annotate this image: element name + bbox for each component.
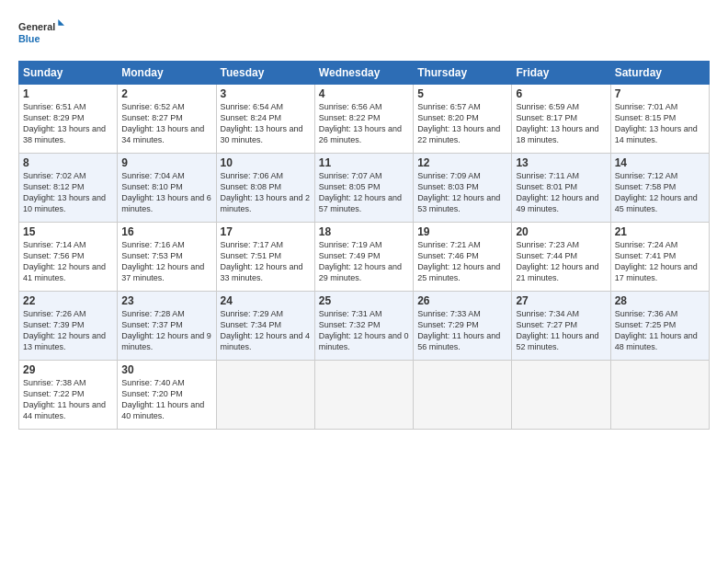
svg-marker-2: [58, 19, 64, 26]
calendar-cell: [610, 361, 709, 430]
logo: General Blue: [18, 15, 64, 52]
day-detail: Sunrise: 7:28 AM Sunset: 7:37 PM Dayligh…: [121, 308, 211, 353]
calendar-cell: 8 Sunrise: 7:02 AM Sunset: 8:12 PM Dayli…: [19, 154, 118, 223]
calendar-cell: 3 Sunrise: 6:54 AM Sunset: 8:24 PM Dayli…: [216, 85, 314, 154]
calendar-cell: 19 Sunrise: 7:21 AM Sunset: 7:46 PM Dayl…: [414, 223, 512, 292]
calendar-cell: 22 Sunrise: 7:26 AM Sunset: 7:39 PM Dayl…: [19, 292, 118, 361]
calendar-cell: [414, 361, 512, 430]
day-number: 26: [417, 294, 507, 307]
calendar-cell: 2 Sunrise: 6:52 AM Sunset: 8:27 PM Dayli…: [118, 85, 216, 154]
col-header-tuesday: Tuesday: [216, 62, 314, 85]
day-number: 30: [121, 363, 211, 376]
day-detail: Sunrise: 6:54 AM Sunset: 8:24 PM Dayligh…: [221, 101, 311, 146]
day-detail: Sunrise: 7:34 AM Sunset: 7:27 PM Dayligh…: [516, 308, 606, 353]
calendar-cell: 25 Sunrise: 7:31 AM Sunset: 7:32 PM Dayl…: [314, 292, 413, 361]
day-number: 24: [221, 294, 311, 307]
week-row-5: 29 Sunrise: 7:38 AM Sunset: 7:22 PM Dayl…: [19, 361, 710, 430]
page: General Blue SundayMondayTuesdayWednesda…: [0, 0, 728, 439]
day-detail: Sunrise: 7:04 AM Sunset: 8:10 PM Dayligh…: [121, 170, 211, 215]
week-row-3: 15 Sunrise: 7:14 AM Sunset: 7:56 PM Dayl…: [19, 223, 710, 292]
day-number: 19: [417, 225, 507, 238]
day-detail: Sunrise: 7:07 AM Sunset: 8:05 PM Dayligh…: [319, 170, 409, 215]
day-number: 20: [516, 225, 606, 238]
calendar-cell: 15 Sunrise: 7:14 AM Sunset: 7:56 PM Dayl…: [19, 223, 118, 292]
day-number: 15: [23, 225, 113, 238]
day-number: 3: [221, 87, 311, 100]
calendar-table: SundayMondayTuesdayWednesdayThursdayFrid…: [18, 61, 710, 430]
day-detail: Sunrise: 7:09 AM Sunset: 8:03 PM Dayligh…: [417, 170, 507, 215]
day-number: 4: [319, 87, 409, 100]
day-detail: Sunrise: 7:31 AM Sunset: 7:32 PM Dayligh…: [319, 308, 409, 353]
day-detail: Sunrise: 6:56 AM Sunset: 8:22 PM Dayligh…: [319, 101, 409, 146]
day-detail: Sunrise: 7:06 AM Sunset: 8:08 PM Dayligh…: [221, 170, 311, 215]
day-number: 29: [23, 363, 113, 376]
day-number: 9: [121, 156, 211, 169]
calendar-cell: 10 Sunrise: 7:06 AM Sunset: 8:08 PM Dayl…: [216, 154, 314, 223]
calendar-cell: 28 Sunrise: 7:36 AM Sunset: 7:25 PM Dayl…: [610, 292, 709, 361]
col-header-wednesday: Wednesday: [314, 62, 413, 85]
day-number: 22: [23, 294, 113, 307]
calendar-cell: 23 Sunrise: 7:28 AM Sunset: 7:37 PM Dayl…: [118, 292, 216, 361]
col-header-saturday: Saturday: [610, 62, 709, 85]
calendar-cell: 12 Sunrise: 7:09 AM Sunset: 8:03 PM Dayl…: [414, 154, 512, 223]
logo-svg: General Blue: [18, 15, 64, 52]
calendar-cell: 27 Sunrise: 7:34 AM Sunset: 7:27 PM Dayl…: [512, 292, 610, 361]
calendar-cell: 21 Sunrise: 7:24 AM Sunset: 7:41 PM Dayl…: [610, 223, 709, 292]
day-detail: Sunrise: 7:29 AM Sunset: 7:34 PM Dayligh…: [221, 308, 311, 353]
day-detail: Sunrise: 6:59 AM Sunset: 8:17 PM Dayligh…: [516, 101, 606, 146]
day-number: 28: [615, 294, 705, 307]
day-detail: Sunrise: 7:26 AM Sunset: 7:39 PM Dayligh…: [23, 308, 113, 353]
col-header-sunday: Sunday: [19, 62, 118, 85]
calendar-cell: [314, 361, 413, 430]
calendar-cell: 11 Sunrise: 7:07 AM Sunset: 8:05 PM Dayl…: [314, 154, 413, 223]
day-detail: Sunrise: 7:36 AM Sunset: 7:25 PM Dayligh…: [615, 308, 705, 353]
svg-text:General: General: [18, 21, 55, 32]
week-row-4: 22 Sunrise: 7:26 AM Sunset: 7:39 PM Dayl…: [19, 292, 710, 361]
day-number: 14: [615, 156, 705, 169]
day-number: 23: [121, 294, 211, 307]
day-number: 8: [23, 156, 113, 169]
header: General Blue: [18, 15, 710, 52]
day-detail: Sunrise: 7:02 AM Sunset: 8:12 PM Dayligh…: [23, 170, 113, 215]
calendar-cell: 6 Sunrise: 6:59 AM Sunset: 8:17 PM Dayli…: [512, 85, 610, 154]
day-detail: Sunrise: 7:23 AM Sunset: 7:44 PM Dayligh…: [516, 239, 606, 284]
day-number: 10: [221, 156, 311, 169]
calendar-cell: 13 Sunrise: 7:11 AM Sunset: 8:01 PM Dayl…: [512, 154, 610, 223]
day-number: 21: [615, 225, 705, 238]
svg-text:Blue: Blue: [18, 33, 40, 44]
day-number: 5: [417, 87, 507, 100]
calendar-cell: 20 Sunrise: 7:23 AM Sunset: 7:44 PM Dayl…: [512, 223, 610, 292]
calendar-cell: 5 Sunrise: 6:57 AM Sunset: 8:20 PM Dayli…: [414, 85, 512, 154]
calendar-cell: 7 Sunrise: 7:01 AM Sunset: 8:15 PM Dayli…: [610, 85, 709, 154]
col-header-thursday: Thursday: [414, 62, 512, 85]
day-number: 6: [516, 87, 606, 100]
day-detail: Sunrise: 7:12 AM Sunset: 7:58 PM Dayligh…: [615, 170, 705, 215]
day-number: 27: [516, 294, 606, 307]
day-detail: Sunrise: 7:38 AM Sunset: 7:22 PM Dayligh…: [23, 377, 113, 422]
day-number: 12: [417, 156, 507, 169]
day-number: 1: [23, 87, 113, 100]
day-detail: Sunrise: 7:21 AM Sunset: 7:46 PM Dayligh…: [417, 239, 507, 284]
day-detail: Sunrise: 7:24 AM Sunset: 7:41 PM Dayligh…: [615, 239, 705, 284]
week-row-2: 8 Sunrise: 7:02 AM Sunset: 8:12 PM Dayli…: [19, 154, 710, 223]
day-detail: Sunrise: 7:14 AM Sunset: 7:56 PM Dayligh…: [23, 239, 113, 284]
calendar-cell: [512, 361, 610, 430]
day-detail: Sunrise: 7:16 AM Sunset: 7:53 PM Dayligh…: [121, 239, 211, 284]
day-number: 13: [516, 156, 606, 169]
day-detail: Sunrise: 7:11 AM Sunset: 8:01 PM Dayligh…: [516, 170, 606, 215]
col-header-monday: Monday: [118, 62, 216, 85]
calendar-cell: 1 Sunrise: 6:51 AM Sunset: 8:29 PM Dayli…: [19, 85, 118, 154]
week-row-1: 1 Sunrise: 6:51 AM Sunset: 8:29 PM Dayli…: [19, 85, 710, 154]
calendar-cell: 24 Sunrise: 7:29 AM Sunset: 7:34 PM Dayl…: [216, 292, 314, 361]
calendar-cell: 9 Sunrise: 7:04 AM Sunset: 8:10 PM Dayli…: [118, 154, 216, 223]
day-detail: Sunrise: 7:33 AM Sunset: 7:29 PM Dayligh…: [417, 308, 507, 353]
day-detail: Sunrise: 6:52 AM Sunset: 8:27 PM Dayligh…: [121, 101, 211, 146]
day-number: 18: [319, 225, 409, 238]
day-number: 16: [121, 225, 211, 238]
col-header-friday: Friday: [512, 62, 610, 85]
calendar-cell: [216, 361, 314, 430]
calendar-cell: 26 Sunrise: 7:33 AM Sunset: 7:29 PM Dayl…: [414, 292, 512, 361]
calendar-cell: 17 Sunrise: 7:17 AM Sunset: 7:51 PM Dayl…: [216, 223, 314, 292]
day-detail: Sunrise: 6:57 AM Sunset: 8:20 PM Dayligh…: [417, 101, 507, 146]
calendar-cell: 18 Sunrise: 7:19 AM Sunset: 7:49 PM Dayl…: [314, 223, 413, 292]
